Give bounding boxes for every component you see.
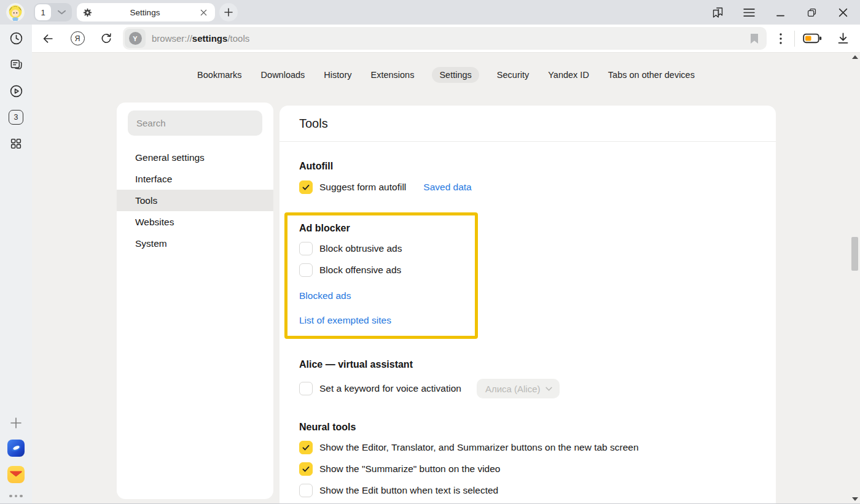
restore-window-icon[interactable] (805, 6, 818, 19)
toolbar-divider (794, 31, 795, 47)
search-input[interactable] (136, 118, 254, 128)
address-bar[interactable]: Y browser://settings/tools (123, 27, 767, 50)
nav-tab-extensions[interactable]: Extensions (369, 67, 415, 83)
block-offensive-checkbox[interactable] (299, 263, 313, 277)
protect-shield-chip[interactable]: Y (125, 29, 146, 48)
bookmark-flag-icon[interactable] (749, 33, 759, 44)
alice-keyword-label[interactable]: Set a keyword for voice activation (319, 383, 461, 394)
neural-tools-heading: Neural tools (299, 422, 756, 433)
neural-newtab-checkbox[interactable] (299, 441, 313, 454)
neural-summarize-row: Show the "Summarize" button on the video (299, 462, 756, 476)
user-avatar[interactable] (6, 3, 25, 21)
settings-menu-panel: General settings Interface Tools Website… (117, 103, 273, 499)
block-obtrusive-checkbox[interactable] (299, 242, 313, 255)
services-grid-icon[interactable] (9, 136, 23, 151)
add-panel-plus-icon[interactable] (9, 416, 23, 430)
menu-item-general-settings[interactable]: General settings (117, 147, 273, 168)
suggest-autofill-checkbox[interactable] (299, 180, 313, 194)
browser-toolbar: Я Y browser://settings/tools (32, 25, 860, 53)
neural-edit-label[interactable]: Show the Edit button when text is select… (319, 485, 498, 496)
tab-counter[interactable]: 1 (34, 3, 72, 21)
reload-button[interactable] (98, 31, 114, 47)
app-sidebar: 3 (0, 25, 32, 503)
browser-tab-settings[interactable]: Settings (77, 3, 215, 21)
video-play-icon[interactable] (9, 83, 23, 98)
tab-title: Settings (93, 8, 197, 17)
scrollbar-thumb[interactable] (851, 237, 858, 271)
block-obtrusive-label[interactable]: Block obtrusive ads (319, 243, 402, 254)
back-button[interactable] (40, 31, 56, 47)
autofill-checkbox-row: Suggest form autofill Saved data (299, 180, 756, 194)
neural-summarize-label[interactable]: Show the "Summarize" button on the video (319, 463, 500, 475)
block-obtrusive-row: Block obtrusive ads (299, 242, 469, 255)
downloads-icon[interactable] (835, 31, 851, 47)
side-panels-icon[interactable] (711, 6, 724, 19)
suggest-autofill-label[interactable]: Suggest form autofill (319, 182, 406, 193)
ad-blocker-highlight-box: Ad blocker Block obtrusive ads Block off… (284, 212, 478, 339)
yandex-mail-app-icon[interactable] (7, 466, 25, 483)
saved-data-link[interactable]: Saved data (423, 182, 471, 193)
feed-pages-icon[interactable] (9, 57, 23, 72)
exempted-sites-link[interactable]: List of exempted sites (299, 315, 469, 326)
window-titlebar: 1 Settings (0, 0, 860, 25)
alice-keyword-checkbox[interactable] (299, 382, 313, 395)
nav-tab-settings[interactable]: Settings (432, 67, 479, 83)
url-text[interactable]: browser://settings/tools (152, 33, 249, 44)
menu-item-tools[interactable]: Tools (117, 190, 273, 211)
nav-tab-security[interactable]: Security (496, 67, 530, 83)
nav-tab-history[interactable]: History (322, 67, 353, 83)
close-window-icon[interactable] (836, 6, 850, 19)
neural-newtab-row: Show the Editor, Translator, and Summari… (299, 441, 756, 454)
tab-count[interactable]: 1 (35, 4, 51, 20)
autofill-heading: Autofill (299, 161, 756, 172)
menu-hamburger-icon[interactable] (742, 6, 756, 19)
nav-tab-other-devices[interactable]: Tabs on other devices (607, 67, 696, 83)
menu-item-system[interactable]: System (117, 233, 273, 254)
block-offensive-label[interactable]: Block offensive ads (319, 265, 401, 276)
scroll-up-icon[interactable] (852, 55, 858, 59)
history-clock-icon[interactable] (9, 31, 23, 45)
tab-list-chevron-icon[interactable] (52, 4, 71, 20)
yandex-browser-app-icon[interactable] (7, 440, 25, 457)
neural-edit-checkbox[interactable] (299, 484, 313, 497)
protect-icon: Y (129, 32, 142, 45)
settings-menu: General settings Interface Tools Website… (117, 147, 273, 254)
menu-item-websites[interactable]: Websites (117, 211, 273, 233)
minimize-icon[interactable] (773, 6, 787, 19)
more-options-kebab-icon[interactable] (773, 31, 788, 46)
alice-keyword-dropdown[interactable]: Алиса (Alice) (477, 379, 560, 398)
alice-heading: Alice — virtual assistant (299, 359, 756, 370)
yandex-home-button[interactable]: Я (69, 31, 85, 47)
gear-icon (82, 7, 93, 18)
page-title: Tools (280, 106, 776, 142)
blocked-ads-link[interactable]: Blocked ads (299, 290, 469, 301)
neural-newtab-label[interactable]: Show the Editor, Translator, and Summari… (319, 442, 639, 453)
nav-tab-yandex-id[interactable]: Yandex ID (547, 67, 590, 83)
new-tab-button[interactable] (219, 3, 238, 21)
alice-keyword-row: Set a keyword for voice activation Алиса… (299, 379, 756, 398)
settings-search[interactable] (128, 110, 262, 136)
scroll-down-icon[interactable] (852, 497, 858, 501)
nav-tab-bookmarks[interactable]: Bookmarks (196, 67, 243, 83)
battery-saver-icon[interactable] (803, 33, 822, 44)
settings-page: Bookmarks Downloads History Extensions S… (32, 53, 860, 503)
page-scrollbar[interactable] (850, 53, 860, 503)
open-tabs-count[interactable]: 3 (9, 110, 23, 125)
nav-tab-downloads[interactable]: Downloads (260, 67, 307, 83)
neural-summarize-checkbox[interactable] (299, 462, 313, 476)
sidebar-more-icon[interactable] (9, 492, 23, 499)
yandex-ya-icon: Я (71, 31, 85, 45)
tools-settings-panel: Tools Autofill Suggest form autofill Sav… (280, 106, 776, 504)
alice-keyword-value: Алиса (Alice) (485, 384, 541, 394)
tab-close-icon[interactable] (197, 6, 209, 18)
block-offensive-row: Block offensive ads (299, 263, 469, 277)
menu-item-interface[interactable]: Interface (117, 168, 273, 190)
neural-edit-row: Show the Edit button when text is select… (299, 484, 756, 497)
settings-nav: Bookmarks Downloads History Extensions S… (32, 53, 860, 83)
chevron-down-icon (545, 387, 552, 391)
ad-blocker-heading: Ad blocker (299, 223, 469, 234)
